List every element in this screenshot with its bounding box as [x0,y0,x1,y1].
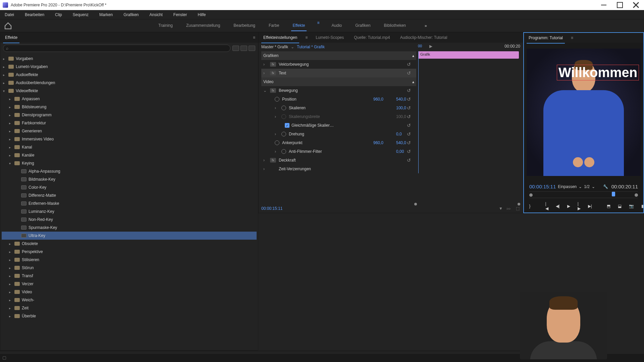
prop-text[interactable]: Text [279,71,416,75]
program-viewer[interactable]: Willkommen [527,46,641,179]
master-clip-label[interactable]: Master * Grafik [261,45,288,49]
expand-icon[interactable]: › [275,114,279,119]
menu-marken[interactable]: Marken [97,11,115,18]
program-timecode-current[interactable]: 00:00:15:11 [529,184,556,189]
effects-tree-row[interactable]: ▸Kanal [2,143,257,151]
effects-tree-row[interactable]: ▸Kanäle [2,151,257,159]
effects-tree-row[interactable]: ▸Störun [2,264,257,272]
effects-tree-row[interactable]: Differenz-Matte [2,191,257,199]
uniform-scale-checkbox[interactable]: ✓ [285,123,289,128]
export-frame-button[interactable]: 📷 [629,203,634,209]
effects-search-input[interactable]: ⌕ [3,45,230,52]
effects-tree-row[interactable]: Color-Key [2,183,257,191]
effects-tree-row[interactable]: ▸Farbkorrektur [2,119,257,127]
stopwatch-icon[interactable] [281,106,286,110]
settings-wrench-icon[interactable]: 🔧 [603,184,608,189]
collapse-arrow-icon[interactable]: ▴ [412,79,414,84]
expand-icon[interactable]: › [275,132,279,136]
effects-tree-row[interactable]: ▸Generieren [2,127,257,135]
panel-menu-icon[interactable]: ≡ [305,35,308,40]
fx-badge-icon[interactable]: fx [270,88,276,93]
es-scroll-handle-left[interactable] [414,203,417,205]
prop-zeitverzerrungen[interactable]: Zeit-Verzerrungen [279,167,416,171]
effects-tree-row[interactable]: ▸Dienstprogramm [2,111,257,119]
effects-tree-row[interactable]: ▸Perspektive [2,248,257,256]
yuv-badge-icon[interactable] [249,46,255,51]
effects-tree-row[interactable]: ▸Obsolete [2,240,257,248]
effects-tree-row[interactable]: ▸Transf [2,272,257,280]
go-to-out-button[interactable]: ▶| [588,203,592,209]
anchor-y-value[interactable]: 540,0 [396,140,416,145]
tab-projekt[interactable]: Projekt: Unbenannt [3,351,42,351]
effects-tree-row[interactable]: ▾Videoeffekte [2,87,257,95]
menu-datei[interactable]: Datei [3,11,16,18]
workspace-menu-icon[interactable]: ≡ [317,20,320,31]
step-forward-button[interactable]: |▶ [578,203,581,209]
reset-icon[interactable]: ↺ [407,149,411,154]
expand-icon[interactable]: ⌄ [263,88,267,93]
stopwatch-icon[interactable] [281,114,286,119]
menu-clip[interactable]: Clip [53,11,64,18]
extract-button[interactable]: ⬓ [618,203,622,209]
menu-bearbeiten[interactable]: Bearbeiten [23,11,46,18]
rotation-value[interactable]: 0,0 [396,132,416,136]
reset-icon[interactable]: ↺ [407,70,411,76]
workspace-bibliotheken[interactable]: Bibliotheken [383,20,407,31]
effects-tree-row[interactable]: Bildmaske-Key [2,175,257,183]
fx-badge-icon[interactable]: fx [270,62,276,67]
accelerated-badge-icon[interactable] [232,46,239,51]
mini-scrubber[interactable] [529,191,638,198]
prop-deckkraft[interactable]: Deckkraft [279,158,416,163]
collapse-arrow-icon[interactable]: ▴ [412,53,414,58]
effects-tree-row[interactable]: ▸Überble [2,312,257,320]
close-button[interactable] [631,1,641,9]
compare-button[interactable]: ◧ [641,203,644,209]
workspace-bearbeitung[interactable]: Bearbeitung [232,20,257,31]
effects-tree-row[interactable]: ▸Vorgaben [2,55,257,63]
workspace-audio[interactable]: Audio [330,20,343,31]
es-scroll-handle-right[interactable] [518,203,520,205]
filter-icon[interactable]: ▼ [499,206,503,211]
reset-icon[interactable]: ↺ [407,88,411,93]
reset-icon[interactable]: ↺ [407,114,411,119]
es-timecode[interactable]: 00:00:15:11 [261,206,282,211]
antiflimmer-value[interactable]: 0,00 [396,149,416,154]
32bit-badge-icon[interactable] [240,46,247,51]
tab-quelle[interactable]: Quelle: Tutorial.mp4 [352,34,392,41]
section-video[interactable]: Video [263,79,416,84]
effects-tree-row[interactable]: ▸Audioeffekte [2,71,257,79]
reset-icon[interactable]: ↺ [407,105,411,111]
tab-timeline-sequence[interactable]: Tutorial [119,351,136,351]
active-clip-label[interactable]: Tutorial * Grafik [297,45,325,49]
menu-sequenz[interactable]: Sequenz [71,11,91,18]
workspace-overflow-icon[interactable]: » [425,23,427,28]
expand-icon[interactable]: › [275,149,279,154]
workspace-zusammenstellung[interactable]: Zusammenstellung [185,20,221,31]
prop-vektorbewegung[interactable]: Vektorbewegung [279,62,416,67]
expand-icon[interactable]: › [263,71,267,75]
effects-tree-row[interactable]: ▸Immersives Video [2,135,257,143]
effects-tree-row[interactable]: ▸Anpassen [2,95,257,103]
expand-icon[interactable]: › [263,158,267,163]
workspace-training[interactable]: Training [157,20,174,31]
effects-tree-row[interactable]: ▸Stilisieren [2,256,257,264]
menu-fenster[interactable]: Fenster [171,11,189,18]
chevron-down-icon[interactable]: ⌄ [291,45,294,49]
scale-value[interactable]: 100,0 [396,106,416,110]
effects-tree-row[interactable]: Entfernen-Maske [2,199,257,207]
fx-badge-icon[interactable]: fx [270,158,276,163]
es-playhead-line[interactable] [418,51,419,173]
snap-icon[interactable]: ⬚ [516,206,520,211]
prop-bewegung[interactable]: Bewegung [279,88,416,93]
zoom-dropdown[interactable]: 1/2⌄ [584,184,601,189]
reset-icon[interactable]: ↺ [407,97,411,102]
tab-lumetri-scopes[interactable]: Lumetri-Scopes [314,34,346,41]
go-to-in-button[interactable]: |◀ [545,203,548,209]
workspace-farbe[interactable]: Farbe [267,20,280,31]
effects-tree-row[interactable]: ▾Keying [2,159,257,167]
menu-grafiken[interactable]: Grafiken [121,11,141,18]
stopwatch-icon[interactable] [275,140,279,145]
effects-tree-row[interactable]: ▸Lumetri-Vorgaben [2,63,257,71]
effects-tree-row[interactable]: ▸Verzer [2,280,257,288]
mark-out-button[interactable]: } [529,203,531,209]
